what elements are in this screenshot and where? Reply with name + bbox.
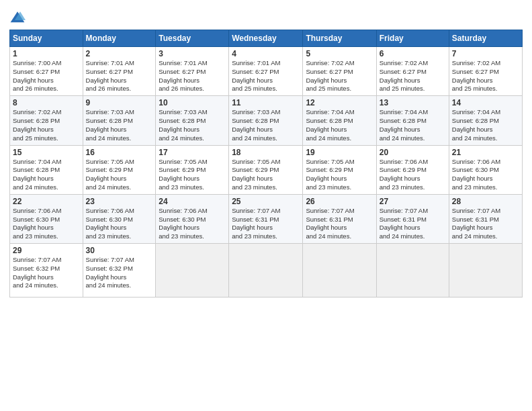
day-number: 21: [452, 148, 519, 157]
calendar-day-cell: 14 Sunrise: 7:04 AM Sunset: 6:28 PM Dayl…: [449, 96, 522, 145]
day-info: Sunrise: 7:06 AM Sunset: 6:30 PM Dayligh…: [159, 207, 226, 241]
day-number: 24: [159, 197, 226, 206]
calendar-day-cell: 16 Sunrise: 7:05 AM Sunset: 6:29 PM Dayl…: [83, 145, 156, 194]
day-header: Saturday: [449, 30, 522, 47]
header: [9, 7, 523, 26]
day-number: 5: [306, 49, 373, 58]
calendar-day-cell: 28 Sunrise: 7:07 AM Sunset: 6:31 PM Dayl…: [449, 194, 522, 243]
day-number: 10: [159, 98, 226, 107]
day-info: Sunrise: 7:05 AM Sunset: 6:29 PM Dayligh…: [232, 158, 300, 192]
day-info: Sunrise: 7:05 AM Sunset: 6:29 PM Dayligh…: [159, 158, 226, 192]
calendar-day-cell: 3 Sunrise: 7:01 AM Sunset: 6:27 PM Dayli…: [156, 47, 229, 96]
calendar-day-cell: 26 Sunrise: 7:07 AM Sunset: 6:31 PM Dayl…: [303, 194, 376, 243]
calendar-day-cell: 4 Sunrise: 7:01 AM Sunset: 6:27 PM Dayli…: [229, 47, 303, 96]
day-header: Sunday: [10, 30, 83, 47]
calendar-day-cell: 24 Sunrise: 7:06 AM Sunset: 6:30 PM Dayl…: [156, 194, 229, 243]
day-info: Sunrise: 7:06 AM Sunset: 6:30 PM Dayligh…: [452, 158, 519, 192]
calendar-table: SundayMondayTuesdayWednesdayThursdayFrid…: [9, 30, 523, 298]
day-header: Tuesday: [156, 30, 229, 47]
day-info: Sunrise: 7:07 AM Sunset: 6:31 PM Dayligh…: [306, 207, 373, 241]
calendar-week-row: 15 Sunrise: 7:04 AM Sunset: 6:28 PM Dayl…: [10, 145, 523, 194]
day-header: Thursday: [303, 30, 376, 47]
day-info: Sunrise: 7:04 AM Sunset: 6:28 PM Dayligh…: [452, 108, 519, 142]
calendar-day-cell: [156, 244, 229, 298]
day-info: Sunrise: 7:02 AM Sunset: 6:28 PM Dayligh…: [13, 108, 80, 142]
day-info: Sunrise: 7:01 AM Sunset: 6:27 PM Dayligh…: [232, 59, 300, 93]
day-info: Sunrise: 7:04 AM Sunset: 6:28 PM Dayligh…: [380, 108, 446, 142]
day-number: 6: [380, 49, 446, 58]
day-number: 15: [13, 148, 80, 157]
calendar-day-cell: 29 Sunrise: 7:07 AM Sunset: 6:32 PM Dayl…: [10, 244, 83, 298]
day-number: 14: [452, 98, 519, 107]
day-info: Sunrise: 7:07 AM Sunset: 6:31 PM Dayligh…: [232, 207, 300, 241]
calendar-day-cell: [449, 244, 522, 298]
calendar-day-cell: 30 Sunrise: 7:07 AM Sunset: 6:32 PM Dayl…: [83, 244, 156, 298]
day-number: 11: [232, 98, 300, 107]
day-info: Sunrise: 7:07 AM Sunset: 6:31 PM Dayligh…: [380, 207, 446, 241]
calendar-day-cell: 2 Sunrise: 7:01 AM Sunset: 6:27 PM Dayli…: [83, 47, 156, 96]
day-number: 12: [306, 98, 373, 107]
calendar-week-row: 1 Sunrise: 7:00 AM Sunset: 6:27 PM Dayli…: [10, 47, 523, 96]
day-info: Sunrise: 7:07 AM Sunset: 6:32 PM Dayligh…: [13, 256, 80, 290]
calendar-day-cell: 1 Sunrise: 7:00 AM Sunset: 6:27 PM Dayli…: [10, 47, 83, 96]
day-info: Sunrise: 7:00 AM Sunset: 6:27 PM Dayligh…: [13, 59, 80, 93]
day-number: 2: [86, 49, 153, 58]
calendar-header-row: SundayMondayTuesdayWednesdayThursdayFrid…: [10, 30, 523, 47]
day-header: Monday: [83, 30, 156, 47]
calendar-day-cell: [376, 244, 449, 298]
day-number: 8: [13, 98, 80, 107]
page: SundayMondayTuesdayWednesdayThursdayFrid…: [0, 0, 532, 411]
day-info: Sunrise: 7:04 AM Sunset: 6:28 PM Dayligh…: [13, 158, 80, 192]
day-number: 19: [306, 148, 373, 157]
calendar-week-row: 22 Sunrise: 7:06 AM Sunset: 6:30 PM Dayl…: [10, 194, 523, 243]
day-info: Sunrise: 7:03 AM Sunset: 6:28 PM Dayligh…: [232, 108, 300, 142]
day-number: 25: [232, 197, 300, 206]
day-number: 4: [232, 49, 300, 58]
day-header: Wednesday: [229, 30, 303, 47]
day-number: 3: [159, 49, 226, 58]
calendar-day-cell: 20 Sunrise: 7:06 AM Sunset: 6:29 PM Dayl…: [376, 145, 449, 194]
calendar-day-cell: [229, 244, 303, 298]
calendar-day-cell: 11 Sunrise: 7:03 AM Sunset: 6:28 PM Dayl…: [229, 96, 303, 145]
logo-icon: [9, 9, 26, 26]
calendar-day-cell: 23 Sunrise: 7:06 AM Sunset: 6:30 PM Dayl…: [83, 194, 156, 243]
calendar-day-cell: 27 Sunrise: 7:07 AM Sunset: 6:31 PM Dayl…: [376, 194, 449, 243]
day-info: Sunrise: 7:02 AM Sunset: 6:27 PM Dayligh…: [380, 59, 446, 93]
day-number: 20: [380, 148, 446, 157]
day-number: 1: [13, 49, 80, 58]
calendar-day-cell: 9 Sunrise: 7:03 AM Sunset: 6:28 PM Dayli…: [83, 96, 156, 145]
calendar-day-cell: 21 Sunrise: 7:06 AM Sunset: 6:30 PM Dayl…: [449, 145, 522, 194]
day-info: Sunrise: 7:04 AM Sunset: 6:28 PM Dayligh…: [306, 108, 373, 142]
day-header: Friday: [376, 30, 449, 47]
calendar-body: 1 Sunrise: 7:00 AM Sunset: 6:27 PM Dayli…: [10, 47, 523, 298]
day-number: 27: [380, 197, 446, 206]
calendar-day-cell: 19 Sunrise: 7:05 AM Sunset: 6:29 PM Dayl…: [303, 145, 376, 194]
day-number: 13: [380, 98, 446, 107]
day-number: 7: [452, 49, 519, 58]
calendar-day-cell: 13 Sunrise: 7:04 AM Sunset: 6:28 PM Dayl…: [376, 96, 449, 145]
day-number: 23: [86, 197, 153, 206]
calendar-day-cell: 15 Sunrise: 7:04 AM Sunset: 6:28 PM Dayl…: [10, 145, 83, 194]
calendar-day-cell: 22 Sunrise: 7:06 AM Sunset: 6:30 PM Dayl…: [10, 194, 83, 243]
calendar-day-cell: 8 Sunrise: 7:02 AM Sunset: 6:28 PM Dayli…: [10, 96, 83, 145]
day-info: Sunrise: 7:06 AM Sunset: 6:30 PM Dayligh…: [86, 207, 153, 241]
day-info: Sunrise: 7:05 AM Sunset: 6:29 PM Dayligh…: [306, 158, 373, 192]
day-info: Sunrise: 7:01 AM Sunset: 6:27 PM Dayligh…: [159, 59, 226, 93]
calendar-week-row: 29 Sunrise: 7:07 AM Sunset: 6:32 PM Dayl…: [10, 244, 523, 298]
calendar-day-cell: 12 Sunrise: 7:04 AM Sunset: 6:28 PM Dayl…: [303, 96, 376, 145]
day-number: 29: [13, 246, 80, 255]
day-info: Sunrise: 7:06 AM Sunset: 6:29 PM Dayligh…: [380, 158, 446, 192]
day-number: 22: [13, 197, 80, 206]
calendar-day-cell: 17 Sunrise: 7:05 AM Sunset: 6:29 PM Dayl…: [156, 145, 229, 194]
day-info: Sunrise: 7:07 AM Sunset: 6:31 PM Dayligh…: [452, 207, 519, 241]
day-info: Sunrise: 7:03 AM Sunset: 6:28 PM Dayligh…: [86, 108, 153, 142]
day-info: Sunrise: 7:01 AM Sunset: 6:27 PM Dayligh…: [86, 59, 153, 93]
day-info: Sunrise: 7:02 AM Sunset: 6:27 PM Dayligh…: [306, 59, 373, 93]
calendar-day-cell: [303, 244, 376, 298]
day-info: Sunrise: 7:05 AM Sunset: 6:29 PM Dayligh…: [86, 158, 153, 192]
calendar-day-cell: 5 Sunrise: 7:02 AM Sunset: 6:27 PM Dayli…: [303, 47, 376, 96]
day-number: 17: [159, 148, 226, 157]
day-number: 9: [86, 98, 153, 107]
day-info: Sunrise: 7:07 AM Sunset: 6:32 PM Dayligh…: [86, 256, 153, 290]
day-number: 28: [452, 197, 519, 206]
